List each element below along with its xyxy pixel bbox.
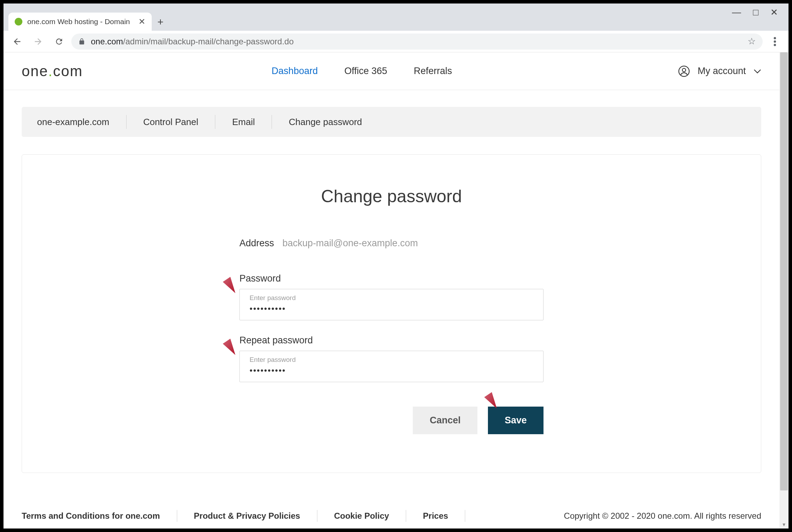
cancel-button[interactable]: Cancel (413, 407, 477, 434)
svg-point-2 (774, 44, 776, 46)
reload-icon (55, 37, 64, 46)
breadcrumb-domain[interactable]: one-example.com (37, 117, 109, 127)
bookmark-star-icon[interactable]: ☆ (748, 36, 756, 47)
forward-button[interactable] (29, 33, 47, 50)
svg-point-1 (774, 40, 776, 43)
scroll-thumb[interactable] (780, 52, 788, 490)
footer-cookie[interactable]: Cookie Policy (334, 511, 389, 521)
footer-privacy[interactable]: Product & Privacy Policies (194, 511, 300, 521)
change-password-card: Change password Address backup-mail@one-… (22, 154, 761, 473)
password-label: Password (239, 273, 543, 284)
address-bar[interactable]: one.com/admin/mail/backup-mail/change-pa… (71, 34, 763, 50)
svg-point-3 (679, 66, 689, 76)
svg-point-4 (682, 68, 686, 72)
window-maximize-icon[interactable]: □ (753, 8, 758, 17)
footer-terms[interactable]: Terms and Conditions for one.com (22, 511, 160, 521)
main-nav: Dashboard Office 365 Referrals (272, 66, 452, 76)
favicon-icon (15, 18, 22, 25)
logo[interactable]: one.com (22, 63, 83, 80)
tab-title: one.com Web hosting - Domain (27, 17, 134, 26)
nav-office365[interactable]: Office 365 (344, 66, 387, 76)
arrow-right-icon (33, 37, 43, 46)
account-menu[interactable]: My account (678, 65, 761, 77)
window-close-icon[interactable]: ✕ (770, 8, 778, 17)
password-field-wrapper[interactable]: Enter password (239, 289, 543, 320)
site-footer: Terms and Conditions for one.com Product… (3, 503, 779, 529)
back-button[interactable] (8, 33, 26, 50)
repeat-password-field-wrapper[interactable]: Enter password (239, 351, 543, 382)
account-label: My account (698, 66, 746, 76)
breadcrumb: one-example.com Control Panel Email Chan… (22, 107, 761, 137)
save-button[interactable]: Save (488, 407, 543, 434)
address-value: backup-mail@one-example.com (282, 238, 418, 249)
browser-toolbar: one.com/admin/mail/backup-mail/change-pa… (3, 31, 789, 52)
annotation-arrow-icon (205, 316, 237, 358)
scroll-down-icon[interactable]: ▾ (779, 521, 789, 528)
repeat-password-input[interactable] (250, 366, 533, 376)
chevron-down-icon (754, 69, 761, 74)
breadcrumb-control-panel[interactable]: Control Panel (143, 117, 199, 127)
arrow-left-icon (12, 37, 22, 46)
repeat-floating-label: Enter password (250, 356, 533, 364)
user-icon (678, 65, 690, 77)
password-input[interactable] (250, 304, 533, 314)
browser-tab[interactable]: one.com Web hosting - Domain ✕ (8, 13, 152, 31)
breadcrumb-current: Change password (289, 117, 362, 127)
new-tab-button[interactable]: + (152, 13, 169, 31)
address-row: Address backup-mail@one-example.com (239, 238, 543, 249)
browser-menu-button[interactable] (766, 33, 784, 50)
footer-prices[interactable]: Prices (423, 511, 448, 521)
breadcrumb-email[interactable]: Email (232, 117, 255, 127)
tab-close-icon[interactable]: ✕ (138, 17, 145, 27)
repeat-password-label: Repeat password (239, 335, 543, 346)
password-floating-label: Enter password (250, 294, 533, 302)
nav-referrals[interactable]: Referrals (414, 66, 452, 76)
url-text: one.com/admin/mail/backup-mail/change-pa… (91, 37, 294, 46)
site-header: one.com Dashboard Office 365 Referrals M… (3, 52, 779, 90)
footer-copyright: Copyright © 2002 - 2020 one.com. All rig… (564, 511, 761, 521)
kebab-icon (773, 37, 776, 46)
window-minimize-icon[interactable]: — (732, 8, 741, 17)
lock-icon (78, 38, 85, 45)
nav-dashboard[interactable]: Dashboard (272, 66, 318, 76)
reload-button[interactable] (50, 33, 68, 50)
browser-tabstrip: — □ ✕ one.com Web hosting - Domain ✕ + (3, 3, 789, 31)
svg-point-0 (774, 37, 776, 39)
address-label: Address (239, 238, 274, 249)
annotation-arrow-icon (205, 254, 237, 296)
page-scrollbar[interactable]: ▴ ▾ (779, 52, 789, 529)
page-title: Change password (22, 186, 761, 206)
